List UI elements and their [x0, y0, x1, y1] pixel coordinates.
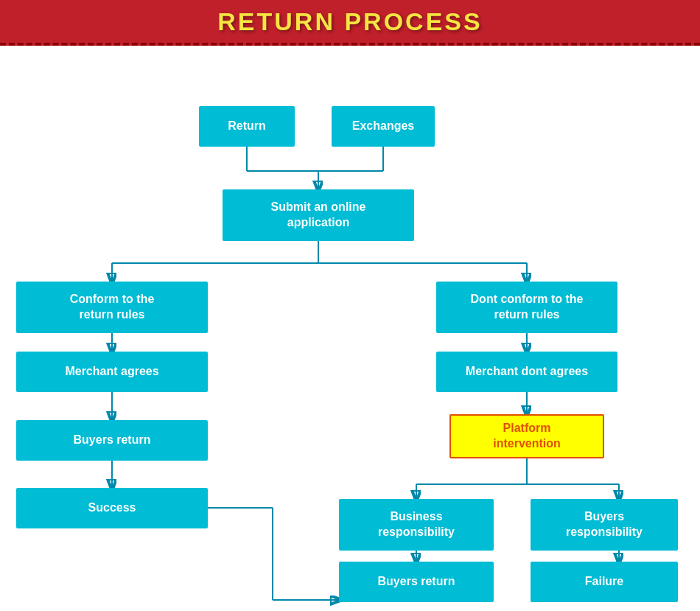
business-resp-box: Business responsibility	[339, 499, 494, 551]
buyers-resp-box: Buyers responsibility	[531, 499, 678, 551]
merchant-dont-box: Merchant dont agrees	[436, 352, 617, 392]
submit-box: Submit an online application	[223, 189, 414, 241]
page-wrapper: RETURN PROCESS	[0, 0, 700, 611]
platform-box: Platform intervention	[449, 414, 604, 458]
diagram: Return Exchanges Submit an online applic…	[0, 46, 700, 611]
dont-conform-box: Dont conform to the return rules	[436, 282, 617, 333]
page-title: RETURN PROCESS	[217, 7, 482, 36]
buyers-return-left-box: Buyers return	[16, 420, 208, 461]
conform-box: Conform to the return rules	[16, 282, 208, 333]
buyers-return-right-box: Buyers return	[339, 562, 494, 602]
exchanges-box: Exchanges	[332, 106, 435, 147]
failure-box: Failure	[531, 562, 678, 602]
merchant-agrees-box: Merchant agrees	[16, 352, 208, 392]
return-box: Return	[199, 106, 295, 147]
header: RETURN PROCESS	[0, 0, 700, 46]
success-box: Success	[16, 488, 208, 528]
